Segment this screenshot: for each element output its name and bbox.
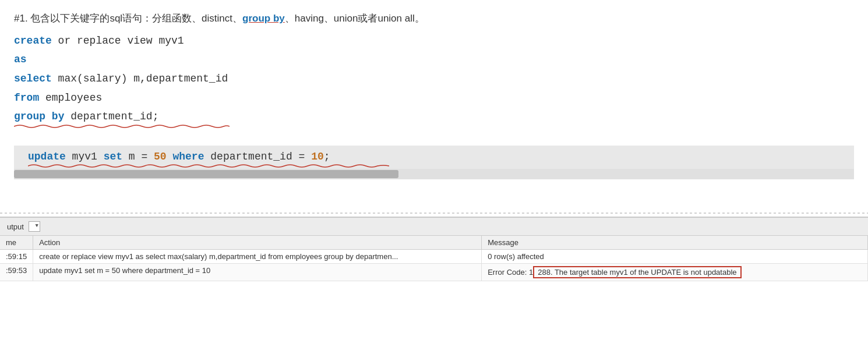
col-header-action: Action (33, 236, 482, 250)
update-rest2: m = (122, 151, 154, 162)
keyword-from: from (14, 92, 39, 104)
update-rest3: department_id = (204, 151, 311, 162)
result-table: me Action Message :59:15 create or repla… (0, 236, 868, 281)
code-line-select: select max(salary) m,department_id (14, 70, 854, 88)
cell-time-2: :59:53 (0, 264, 33, 281)
keyword-update: update (28, 151, 66, 162)
output-label: utput (7, 222, 24, 231)
keyword-where: where (172, 151, 204, 162)
from-rest: employees (39, 92, 102, 104)
table-row: :59:15 create or replace view myv1 as se… (0, 250, 868, 264)
output-dropdown[interactable] (29, 221, 40, 232)
update-rest1: myv1 (66, 151, 104, 162)
bottom-panel: utput me Action Message :59:15 create or… (0, 217, 868, 281)
horizontal-scrollbar[interactable] (14, 169, 854, 179)
keyword-as: as (14, 54, 27, 65)
update-rest3-prefix (167, 151, 173, 162)
cell-message-2: Error Code: 1288. The target table myv1 … (482, 264, 868, 281)
groupby-underlined: group by department_id; (14, 108, 158, 126)
comment-suffix: 、having、union或者union all。 (285, 13, 425, 24)
table-row: :59:53 update myv1 set m = 50 where depa… (0, 264, 868, 281)
cell-time-1: :59:15 (0, 250, 33, 264)
code-line-from: from employees (14, 89, 854, 107)
keyword-select: select (14, 73, 52, 84)
cell-action-1: create or replace view myv1 as select ma… (33, 250, 482, 264)
scrollbar-thumb[interactable] (14, 170, 398, 178)
table-header-row: me Action Message (0, 236, 868, 250)
comment-chinese: 包含以下关键字的sql语句：分组函数、distinct、 (30, 13, 242, 24)
col-header-message: Message (482, 236, 868, 250)
code-line-update: update myv1 set m = 50 where department_… (14, 148, 854, 166)
create-rest: or replace view myv1 (52, 35, 184, 47)
update-val2: 10 (311, 151, 324, 162)
update-val1: 50 (154, 151, 167, 162)
col-header-time: me (0, 236, 33, 250)
panel-separator (0, 210, 868, 217)
update-end: ; (324, 151, 330, 162)
select-rest: max(salary) m,department_id (52, 73, 228, 84)
code-gap (14, 127, 854, 135)
update-underlined: update myv1 set m = 50 where department_… (28, 148, 330, 166)
groupby-rest: department_id; (70, 111, 158, 122)
cell-action-2: update myv1 set m = 50 where department_… (33, 264, 482, 281)
update-line-wrapper: update myv1 set m = 50 where department_… (14, 146, 854, 169)
keyword-group: group (14, 111, 45, 122)
code-line-as: as (14, 51, 854, 69)
keyword-set: set (104, 151, 122, 162)
output-dropdown-wrap[interactable] (29, 221, 40, 232)
code-line-groupby: group by department_id; (14, 108, 854, 126)
output-toolbar: utput (0, 218, 868, 236)
keyword-create: create (14, 35, 52, 47)
editor-area: #1. 包含以下关键字的sql语句：分组函数、distinct、group by… (0, 0, 868, 281)
red-wavy-underline-update (28, 163, 389, 169)
group-by-keyword-title: group by (242, 13, 285, 24)
comment-line: #1. 包含以下关键字的sql语句：分组函数、distinct、group by… (14, 10, 854, 27)
error-prefix: Error Code: 1 (488, 268, 533, 277)
keyword-by: by (52, 111, 65, 122)
comment-prefix: #1. (14, 13, 28, 24)
code-editor: #1. 包含以下关键字的sql语句：分组函数、distinct、group by… (0, 0, 868, 210)
code-line-create: create or replace view myv1 (14, 32, 854, 50)
cell-message-1: 0 row(s) affected (482, 250, 868, 264)
error-box: 288. The target table myv1 of the UPDATE… (533, 266, 741, 278)
